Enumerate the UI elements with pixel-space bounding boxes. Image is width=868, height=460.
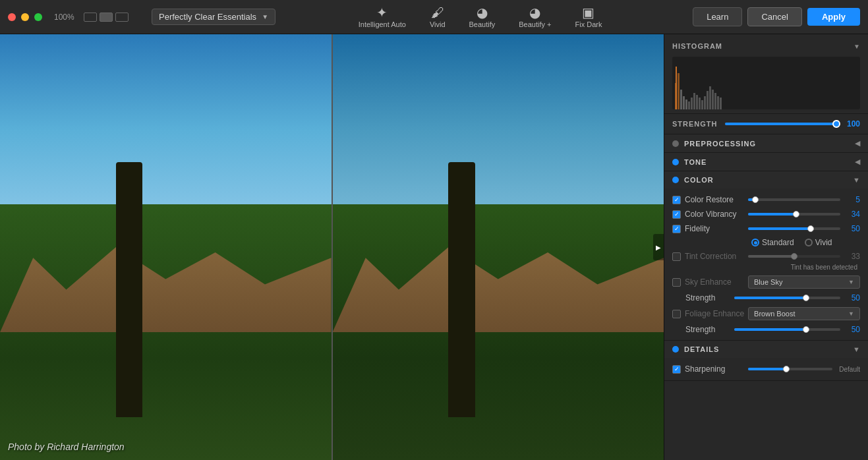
fidelity-slider[interactable] (748, 227, 840, 230)
fidelity-thumb (807, 225, 814, 232)
foliage-enhance-row: Foliage Enhance Brown Boost ▼ (672, 304, 860, 323)
tool-beautify-plus[interactable]: ◕ Beautify + (507, 3, 563, 31)
color-section: COLOR ▼ ✓ Color Restore 5 (664, 171, 868, 341)
foliage-enhance-checkbox[interactable] (672, 310, 681, 318)
details-title: DETAILS (684, 345, 853, 353)
foliage-bg-right (333, 204, 664, 460)
foliage-strength-thumb (803, 326, 809, 333)
learn-button[interactable]: Learn (693, 7, 742, 26)
view-grid[interactable] (115, 13, 129, 22)
sky-enhance-label: Sky Enhance (685, 277, 744, 287)
tree-trunk (116, 162, 142, 418)
sharpening-default: Default (836, 366, 860, 373)
tint-correction-checkbox[interactable] (672, 252, 681, 261)
sky-enhance-dropdown[interactable]: Blue Sky ▼ (748, 275, 860, 289)
cancel-button[interactable]: Cancel (747, 7, 801, 26)
view-split[interactable] (100, 13, 113, 22)
view-single[interactable] (84, 13, 97, 22)
tool-vivid[interactable]: 🖌 Vivid (418, 3, 457, 31)
fidelity-options: Standard Vivid (672, 236, 860, 249)
histogram-header[interactable]: HISTOGRAM ▼ (672, 40, 860, 53)
tool-label-beautify: Beautify (469, 20, 496, 28)
sky-strength-label: Strength (685, 293, 730, 302)
watermark: Photo by Richard Harrington (8, 442, 125, 452)
window-controls: 100% (0, 13, 152, 22)
minimize-button[interactable] (21, 13, 29, 21)
color-title: COLOR (684, 176, 853, 184)
image-before (0, 34, 333, 460)
tone-title: TONE (684, 158, 855, 166)
color-restore-thumb (752, 196, 759, 203)
color-vibrancy-label: Color Vibrancy (685, 210, 744, 219)
color-indicator (672, 177, 679, 183)
tint-correction-fill (748, 255, 794, 258)
tool-beautify[interactable]: ◕ Beautify (457, 3, 507, 31)
foliage-strength-label: Strength (685, 325, 730, 334)
radio-standard-label: Standard (762, 238, 794, 247)
tool-label-vivid: Vivid (430, 20, 446, 28)
next-arrow[interactable]: ▶ (653, 234, 664, 260)
close-button[interactable] (8, 13, 16, 21)
check-icon: ✓ (674, 212, 680, 217)
color-vibrancy-row: ✓ Color Vibrancy 34 (672, 207, 860, 221)
color-vibrancy-value: 34 (844, 210, 860, 219)
dropdown-arrow-icon: ▼ (848, 310, 854, 317)
tree-trunk-right (448, 162, 475, 418)
preprocessing-header[interactable]: PREPROCESSING ◀ (664, 134, 868, 152)
dropdown-arrow-icon: ▼ (848, 279, 854, 285)
histogram-section: HISTOGRAM ▼ (664, 34, 868, 114)
beautify-plus-icon: ◕ (529, 6, 540, 19)
color-restore-checkbox[interactable]: ✓ (672, 196, 681, 204)
sky-strength-slider[interactable] (734, 297, 840, 299)
foliage-strength-track (734, 328, 840, 331)
preprocessing-collapse-icon: ◀ (855, 139, 860, 148)
color-vibrancy-checkbox[interactable]: ✓ (672, 210, 681, 219)
strength-thumb (832, 120, 840, 128)
preset-name: Perfectly Clear Essentials (159, 12, 256, 22)
apply-button[interactable]: Apply (807, 8, 860, 26)
color-vibrancy-thumb (793, 211, 799, 217)
main-content: ◀ Photo by Richard Harrington ▶ (0, 34, 868, 460)
color-header[interactable]: COLOR ▼ (664, 171, 868, 188)
tool-label-fix-dark: Fix Dark (575, 20, 602, 28)
strength-slider[interactable] (725, 123, 836, 125)
vivid-icon: 🖌 (431, 6, 444, 19)
view-buttons (84, 13, 129, 22)
tone-collapse-icon: ◀ (855, 158, 860, 166)
tone-header[interactable]: TONE ◀ (664, 153, 868, 171)
radio-standard[interactable]: Standard (751, 238, 794, 247)
tint-correction-track (748, 255, 840, 258)
fidelity-checkbox[interactable]: ✓ (672, 225, 681, 233)
tool-intelligent-auto[interactable]: ✦ Intelligent Auto (347, 3, 418, 31)
fidelity-label: Fidelity (685, 224, 744, 233)
tool-fix-dark[interactable]: ▣ Fix Dark (564, 3, 614, 31)
color-collapse-icon: ▼ (853, 176, 860, 184)
radio-vivid[interactable]: Vivid (805, 238, 832, 247)
sky-enhance-checkbox[interactable] (672, 278, 681, 287)
preset-selector[interactable]: Perfectly Clear Essentials ▼ (152, 9, 275, 25)
sky-strength-track (734, 297, 840, 299)
details-section: DETAILS ▼ ✓ Sharpening Default (664, 341, 868, 381)
foliage-strength-fill (734, 328, 806, 331)
foliage-bg (0, 204, 332, 460)
sharpening-checkbox[interactable]: ✓ (672, 365, 681, 374)
intelligent-auto-icon: ✦ (376, 6, 388, 19)
tint-correction-slider[interactable] (748, 255, 840, 258)
tint-correction-row: Tint Correction 33 (672, 249, 860, 264)
radio-vivid-dot (805, 239, 813, 246)
details-content: ✓ Sharpening Default (664, 358, 868, 380)
color-vibrancy-slider[interactable] (748, 213, 840, 216)
foliage-enhance-dropdown[interactable]: Brown Boost ▼ (748, 307, 860, 320)
fix-dark-icon: ▣ (582, 6, 594, 19)
top-bar-right: Learn Cancel Apply (685, 7, 868, 26)
sky-strength-value: 50 (844, 293, 860, 302)
sky-enhance-dropdown-value: Blue Sky (754, 278, 782, 286)
maximize-button[interactable] (34, 13, 42, 21)
tone-section: TONE ◀ (664, 153, 868, 171)
details-header[interactable]: DETAILS ▼ (664, 341, 868, 358)
preset-chevron-icon: ▼ (262, 13, 268, 20)
color-restore-slider[interactable] (748, 198, 840, 201)
strength-row: STRENGTH 100 (664, 114, 868, 134)
sharpening-slider[interactable] (748, 368, 832, 370)
foliage-strength-slider[interactable] (734, 328, 840, 331)
